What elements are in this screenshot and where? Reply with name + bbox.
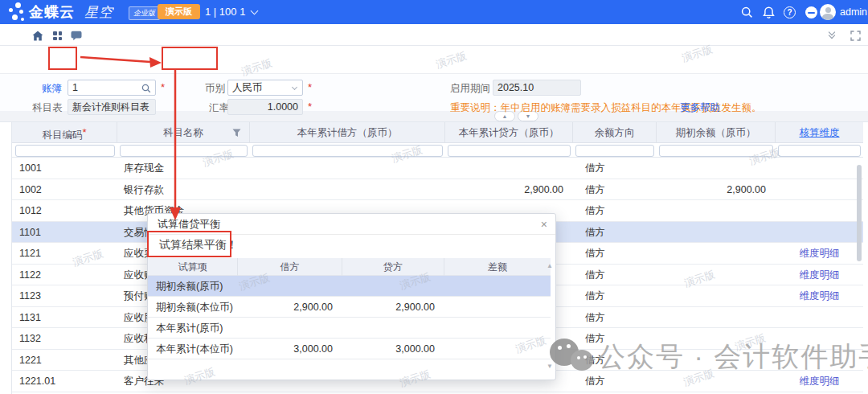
account-code-cell[interactable]: 1131: [12, 307, 117, 329]
dialog-row[interactable]: 期初余额(本位币)2,900.002,900.00: [148, 297, 551, 318]
col-header-opening-balance[interactable]: 期初余额（原币）: [657, 122, 776, 143]
trial-balance-result-message: 试算结果平衡！: [159, 238, 238, 252]
col-header-account-name[interactable]: 科目名称: [117, 122, 250, 143]
dialog-row[interactable]: 本年累计(本位币)3,000.003,000.00: [148, 339, 551, 359]
more-help-link[interactable]: 更多帮助: [680, 101, 720, 115]
notification-bell-icon[interactable]: [763, 6, 775, 18]
dimension-detail-cell: [776, 179, 863, 201]
dialog-close-icon[interactable]: ×: [541, 218, 547, 231]
org-selector[interactable]: 1 | 100 1: [205, 6, 257, 18]
grid-row-1001[interactable]: 1001库存现金借方: [12, 158, 863, 179]
filter-input-code[interactable]: [15, 145, 115, 157]
dlg-col-diff: 差额: [444, 258, 551, 276]
book-input[interactable]: 1: [68, 80, 156, 96]
balance-direction-cell[interactable]: 借方: [573, 371, 657, 392]
account-code-cell[interactable]: 1132: [12, 328, 117, 350]
scroll-down-icon[interactable]: ▼: [547, 363, 553, 370]
opening-balance-cell[interactable]: [657, 371, 776, 392]
opening-balance-cell[interactable]: [657, 285, 776, 307]
opening-balance-cell[interactable]: [657, 350, 776, 371]
trial-item-cell: 期初余额(本位币): [148, 297, 238, 318]
trial-credit-cell: 3,000.00: [342, 339, 444, 359]
account-code-cell[interactable]: 1123: [12, 285, 117, 307]
dialog-row[interactable]: 本年累计(原币): [148, 318, 551, 339]
ytd-debit-cell[interactable]: [250, 179, 445, 201]
double-chevron-down-icon[interactable]: [829, 30, 834, 38]
col-header-account-code[interactable]: 科目编码*: [12, 122, 117, 143]
balance-direction-cell[interactable]: 借方: [573, 265, 657, 286]
grid-header-row: 科目编码* 科目名称 本年累计借方（原币） 本年累计贷方（原币） 余额方向 期初…: [12, 122, 863, 143]
balance-direction-cell[interactable]: 借方: [573, 158, 657, 179]
filter-funnel-icon[interactable]: [232, 129, 241, 137]
help-icon[interactable]: ?: [784, 6, 796, 18]
account-name-cell[interactable]: 库存现金: [117, 158, 250, 179]
apps-grid-icon[interactable]: [53, 31, 62, 40]
ytd-debit-cell[interactable]: [250, 158, 445, 179]
balance-direction-cell[interactable]: 借方: [573, 179, 657, 201]
avatar[interactable]: [820, 4, 836, 20]
filter-input-ytd-credit[interactable]: [448, 145, 571, 157]
opening-balance-cell[interactable]: [657, 307, 776, 329]
app-name-primary: 金蝶云: [29, 2, 75, 22]
opening-balance-cell[interactable]: [657, 222, 776, 244]
account-code-cell[interactable]: 1101: [12, 222, 117, 244]
status-dnd-icon[interactable]: [805, 6, 817, 18]
trial-debit-cell: 3,000.00: [238, 339, 342, 359]
grid-filter-row: [12, 143, 863, 158]
account-code-cell[interactable]: 1012: [12, 200, 117, 222]
col-header-direction[interactable]: 余额方向: [573, 122, 657, 143]
trial-credit-cell: 2,900.00: [342, 297, 444, 318]
required-mark: *: [161, 81, 165, 93]
balance-direction-cell[interactable]: 借方: [573, 222, 657, 244]
book-field-label[interactable]: 账簿: [42, 82, 62, 96]
opening-balance-cell[interactable]: [657, 328, 776, 350]
currency-select[interactable]: 人民币: [227, 80, 303, 96]
balance-direction-cell[interactable]: 借方: [573, 307, 657, 329]
balance-direction-cell[interactable]: 借方: [573, 200, 657, 222]
filter-input-ytd-debit[interactable]: [252, 145, 443, 157]
balance-direction-cell[interactable]: 借方: [573, 285, 657, 307]
opening-balance-cell[interactable]: [657, 158, 776, 179]
dimension-detail-link[interactable]: 维度明细: [776, 265, 863, 286]
opening-balance-cell[interactable]: [657, 265, 776, 286]
home-icon[interactable]: [32, 31, 43, 41]
account-code-cell[interactable]: 1221.01: [12, 371, 117, 392]
account-code-cell[interactable]: 1121: [12, 243, 117, 265]
trial-credit-cell: [342, 276, 444, 297]
scroll-up-icon[interactable]: ▲: [547, 262, 553, 269]
account-code-cell[interactable]: 1002: [12, 179, 117, 201]
rate-field-label: 汇率: [209, 101, 229, 115]
ytd-credit-cell[interactable]: [445, 158, 573, 179]
search-icon[interactable]: [741, 6, 753, 18]
dimension-detail-link[interactable]: 维度明细: [776, 371, 863, 392]
fullscreen-icon[interactable]: [850, 31, 861, 41]
balance-direction-cell[interactable]: 借方: [573, 328, 657, 350]
opening-balance-cell[interactable]: 2,900.00: [657, 179, 776, 201]
balance-direction-cell[interactable]: 借方: [573, 350, 657, 371]
dialog-row[interactable]: 期初余额(原币): [148, 276, 551, 297]
col-header-ytd-debit[interactable]: 本年累计借方（原币）: [250, 122, 445, 143]
account-code-cell[interactable]: 1001: [12, 158, 117, 179]
dimension-detail-link[interactable]: 维度明细: [776, 285, 863, 307]
lookup-magnifier-icon[interactable]: [141, 84, 151, 93]
dialog-table-header: 试算项 借方 贷方 差额: [148, 258, 551, 276]
chat-bubble-icon[interactable]: [71, 31, 82, 41]
col-header-ytd-credit[interactable]: 本年累计贷方（原币）: [445, 122, 573, 143]
opening-balance-cell[interactable]: [657, 243, 776, 265]
filter-input-dimension[interactable]: [778, 145, 861, 157]
dimension-detail-link[interactable]: 维度明细: [776, 243, 863, 265]
account-code-cell[interactable]: 1221: [12, 350, 117, 371]
account-name-cell[interactable]: 银行存款: [117, 179, 250, 201]
book-value: 1: [72, 82, 78, 93]
grid-vertical-scrollbar[interactable]: [857, 165, 862, 261]
filter-input-name[interactable]: [120, 145, 248, 157]
balance-direction-cell[interactable]: 借方: [573, 243, 657, 265]
opening-balance-cell[interactable]: [657, 200, 776, 222]
ytd-credit-cell[interactable]: 2,900.00: [445, 179, 573, 201]
col-header-dimension-link[interactable]: 核算维度: [776, 122, 863, 143]
chevron-down-icon: [292, 84, 297, 90]
account-code-cell[interactable]: 1122: [12, 265, 117, 286]
grid-row-1002[interactable]: 1002银行存款2,900.00借方2,900.00: [12, 179, 863, 201]
filter-input-opening[interactable]: [659, 145, 773, 157]
filter-input-direction[interactable]: [575, 145, 654, 157]
